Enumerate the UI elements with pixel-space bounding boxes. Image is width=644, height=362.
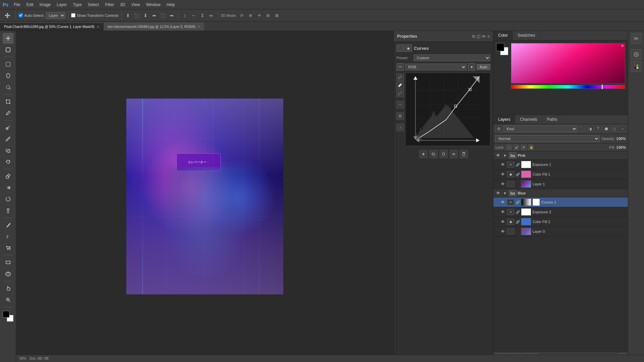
distribute-top[interactable]: ↕ <box>181 12 189 19</box>
3d-rotate[interactable]: ⟳ <box>238 12 246 19</box>
align-left-edges[interactable]: ⬅ <box>151 12 158 19</box>
collapse-panel-btn[interactable]: ≫ <box>631 33 642 44</box>
layer-0-visibility[interactable]: 👁 <box>500 229 506 234</box>
group-blue-arrow[interactable]: ▼ <box>502 190 508 196</box>
layer-group-blue[interactable]: 👁 ▼ Blue <box>493 189 628 197</box>
layer-0[interactable]: 👁 🔗 Layer 0 <box>493 227 628 237</box>
filter-kind-icon[interactable] <box>495 125 502 132</box>
curves-mask-icon[interactable]: ◉ <box>405 44 412 52</box>
properties-expand-btn[interactable]: ⧉ <box>472 34 475 39</box>
auto-select-dropdown[interactable]: Layer <box>46 12 65 19</box>
lock-all[interactable]: 🔒 <box>528 145 534 150</box>
history-brush-tool[interactable] <box>3 156 13 167</box>
curve-warning-btn[interactable]: ⚠ <box>396 124 404 131</box>
distribute-bottom[interactable]: ⇕ <box>199 12 206 19</box>
menu-window[interactable]: Window <box>143 1 163 8</box>
3d-scale[interactable]: ⊠ <box>273 12 281 19</box>
align-vertical-center[interactable]: ⬛ <box>133 12 140 19</box>
brush-tool[interactable] <box>3 134 13 144</box>
color-tab-swatches[interactable]: Swatches <box>513 31 540 40</box>
curves-svg[interactable] <box>406 73 490 146</box>
filter-type-icon[interactable]: T <box>595 125 602 132</box>
layers-tab-channels[interactable]: Channels <box>515 115 542 124</box>
channel-arrow-icon[interactable]: ▼ <box>468 63 475 71</box>
fg-bg-colors[interactable] <box>2 310 14 322</box>
lasso-tool[interactable] <box>3 70 13 81</box>
align-top-edges[interactable]: ⬆ <box>124 12 132 19</box>
clone-stamp-tool[interactable] <box>3 145 13 156</box>
lock-position[interactable]: ✛ <box>521 145 526 150</box>
menu-filter[interactable]: Filter <box>102 1 117 8</box>
artboard-tool[interactable] <box>3 44 13 55</box>
layer-exposure1-visibility[interactable]: 👁 <box>500 162 506 167</box>
rectangular-marquee-tool[interactable] <box>3 59 13 70</box>
curves-delete-btn[interactable] <box>460 150 468 158</box>
blur-tool[interactable] <box>3 194 13 205</box>
tab-second-document[interactable]: ben-blennerhassett-336484.jpg @ 12,5% (L… <box>104 23 205 31</box>
layer-exposure-2[interactable]: 👁 ☀ 🔗 Exposure 2 <box>493 207 628 217</box>
align-bottom-edges[interactable]: ⬇ <box>142 12 149 19</box>
layer-color-fill-1[interactable]: 👁 ◼ 🔗 Color Fill 1 <box>493 170 628 179</box>
menu-type[interactable]: Type <box>70 1 85 8</box>
color-tab-color[interactable]: Color <box>493 31 513 40</box>
3d-object-tool[interactable] <box>3 268 13 279</box>
filter-kind-dropdown[interactable]: Kind <box>504 125 577 132</box>
3d-roll[interactable]: ⊕ <box>247 12 254 19</box>
curve-black-point-btn[interactable] <box>396 89 404 97</box>
show-transform-checkbox[interactable] <box>71 13 75 17</box>
swatches-mini-btn[interactable] <box>631 61 642 72</box>
properties-menu-icon[interactable]: ≡ <box>487 34 490 39</box>
crop-tool[interactable] <box>3 96 13 107</box>
filter-pixel-icon[interactable]: ⬛ <box>579 125 585 132</box>
rectangle-shape-tool[interactable] <box>3 257 13 268</box>
menu-layer[interactable]: Layer <box>54 1 70 8</box>
tab-close-second[interactable]: ✕ <box>197 25 200 29</box>
distribute-left[interactable]: ↔ <box>190 12 197 19</box>
distribute-vertical-center[interactable]: ⇔ <box>207 12 215 19</box>
curve-white-point-btn[interactable] <box>396 81 404 89</box>
quick-selection-tool[interactable] <box>3 82 13 93</box>
foreground-color-box[interactable] <box>496 43 504 51</box>
properties-icon-btn[interactable]: ◫ <box>477 34 480 39</box>
eraser-tool[interactable] <box>3 171 13 182</box>
filter-shape-icon[interactable]: ⬟ <box>603 125 610 132</box>
menu-image[interactable]: Image <box>37 1 53 8</box>
layer-curves-1[interactable]: 👁 ⟳ 🔗 Curves 1 <box>493 197 628 207</box>
curve-mode-icon[interactable]: 〜 <box>396 63 404 71</box>
lock-image-pixels[interactable]: 🖌 <box>514 145 519 150</box>
auto-select-checkbox[interactable] <box>19 13 23 17</box>
curves-add-point-btn[interactable] <box>419 150 427 158</box>
menu-edit[interactable]: Edit <box>24 1 36 8</box>
foreground-color-swatch[interactable] <box>3 311 9 318</box>
group-blue-visibility[interactable]: 👁 <box>495 190 501 196</box>
curves-reset-btn[interactable] <box>429 150 438 158</box>
layer-cf1-visibility[interactable]: 👁 <box>500 172 506 177</box>
path-selection-tool[interactable] <box>3 243 13 253</box>
curves-auto-btn[interactable] <box>440 150 448 158</box>
curves-pixel-icon[interactable]: ⬛ <box>396 44 404 52</box>
menu-select[interactable]: Select <box>85 1 102 8</box>
group-pink-arrow[interactable]: ▼ <box>502 153 508 158</box>
gradient-tool[interactable] <box>3 182 13 193</box>
channel-dropdown[interactable]: RGB <box>405 64 466 70</box>
menu-3d[interactable]: 3D <box>118 1 128 8</box>
color-hue-slider[interactable] <box>511 85 625 89</box>
eyedropper-tool[interactable] <box>3 108 13 118</box>
blend-mode-select[interactable]: Normal <box>495 135 600 142</box>
align-horizontal-center[interactable]: ⬛ <box>159 12 167 19</box>
layer-color-fill-2[interactable]: 👁 ◼ 🔗 Color Fill 2 <box>493 217 628 227</box>
type-tool[interactable]: T <box>3 231 13 242</box>
move-tool[interactable] <box>3 33 13 44</box>
pen-tool[interactable] <box>3 220 13 230</box>
group-pink-visibility[interactable]: 👁 <box>495 153 501 158</box>
curves-eye-btn[interactable] <box>450 150 458 158</box>
layer-group-pink[interactable]: 👁 ▼ Pink <box>493 151 628 160</box>
layers-tab-paths[interactable]: Paths <box>542 115 562 124</box>
curve-eyedropper-btn[interactable] <box>396 73 404 81</box>
tab-active-document[interactable]: Pisal-Chan9-880x1099.jpg @ 50% (Curves 1… <box>0 23 104 31</box>
tab-close-active[interactable]: ✕ <box>97 25 99 29</box>
lock-transparent-pixels[interactable]: ⬚ <box>506 145 512 150</box>
layer-1-visibility[interactable]: 👁 <box>500 181 506 187</box>
menu-file[interactable]: File <box>11 1 23 8</box>
filter-active-toggle[interactable]: ○ <box>619 125 626 132</box>
